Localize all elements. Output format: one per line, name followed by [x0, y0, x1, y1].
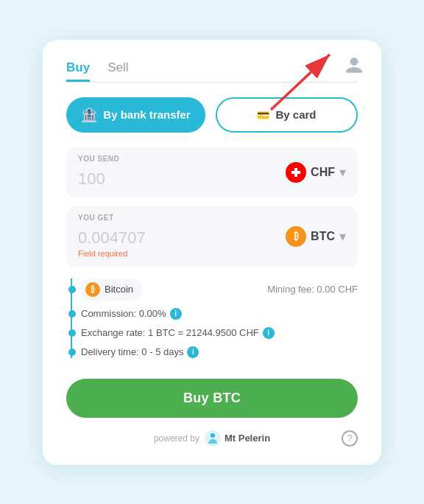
- exchange-rate-text: Exchange rate: 1 BTC = 21244.9500 CHF: [81, 327, 259, 338]
- delivery-info-icon[interactable]: i: [187, 346, 199, 358]
- pelerin-icon: [204, 430, 222, 447]
- card-icon: 💳: [257, 109, 269, 121]
- info-section: ₿ Bitcoin Mining fee: 0.00 CHF Commissio…: [66, 279, 358, 358]
- commission-row: Commission: 0.00% i: [81, 308, 358, 320]
- svg-point-5: [205, 430, 221, 447]
- bank-transfer-label: By bank transfer: [103, 108, 190, 121]
- powered-by: powered by Mt Pelerin: [154, 430, 270, 447]
- buy-btc-button[interactable]: Buy BTC: [66, 379, 358, 418]
- svg-point-6: [211, 433, 215, 438]
- send-value[interactable]: 100: [78, 169, 286, 189]
- tab-buy[interactable]: Buy: [66, 60, 90, 82]
- exchange-dot: [68, 329, 76, 337]
- send-label: YOU SEND: [78, 155, 119, 163]
- tab-sell[interactable]: Sell: [107, 60, 128, 82]
- payment-options: 🏦 By bank transfer 💳 By card: [66, 97, 358, 133]
- get-row: YOU GET 0.004707 Field required ₿ BTC ▾: [66, 206, 358, 267]
- bank-transfer-button[interactable]: 🏦 By bank transfer: [66, 97, 205, 133]
- get-currency-code: BTC: [311, 230, 335, 243]
- send-currency-code: CHF: [311, 166, 335, 179]
- footer: powered by Mt Pelerin ?: [66, 430, 358, 447]
- exchange-rate-row: Exchange rate: 1 BTC = 21244.9500 CHF i: [81, 327, 358, 339]
- bitcoin-label: Bitcoin: [105, 284, 133, 295]
- chf-flag: [286, 162, 306, 183]
- profile-icon[interactable]: [344, 56, 364, 78]
- mining-fee-text: Mining fee: 0.00 CHF: [267, 284, 358, 295]
- main-card: Buy Sell 🏦 By bank transfer 💳 By card YO…: [43, 40, 381, 465]
- exchange-info-icon[interactable]: i: [263, 327, 275, 339]
- bitcoin-row: ₿ Bitcoin Mining fee: 0.00 CHF: [81, 279, 358, 301]
- tab-divider: [66, 82, 358, 83]
- card-button[interactable]: 💳 By card: [216, 97, 358, 133]
- btc-flag: ₿: [286, 226, 306, 247]
- send-row: YOU SEND 100 CHF ▾: [66, 147, 358, 197]
- btc-small-icon: ₿: [85, 282, 100, 297]
- delivery-text: Delivery time: 0 - 5 days: [81, 346, 183, 357]
- help-icon[interactable]: ?: [342, 430, 358, 447]
- bitcoin-dot: [68, 286, 76, 293]
- commission-dot: [68, 310, 76, 318]
- get-currency-selector[interactable]: ₿ BTC ▾: [286, 226, 346, 247]
- get-chevron-icon: ▾: [339, 228, 346, 245]
- card-label: By card: [275, 108, 316, 121]
- pelerin-logo: Mt Pelerin: [204, 430, 270, 447]
- pelerin-name: Mt Pelerin: [225, 433, 270, 444]
- delivery-row: Delivery time: 0 - 5 days i: [81, 346, 358, 358]
- tab-bar: Buy Sell: [66, 60, 358, 82]
- commission-info-icon[interactable]: i: [170, 308, 182, 320]
- svg-rect-4: [292, 171, 300, 174]
- bank-icon: 🏦: [81, 107, 97, 123]
- bitcoin-tag[interactable]: ₿ Bitcoin: [81, 279, 142, 301]
- powered-by-text: powered by: [154, 433, 199, 444]
- send-chevron-icon: ▾: [339, 164, 346, 181]
- get-label: YOU GET: [78, 214, 114, 222]
- get-col: YOU GET 0.004707 Field required: [78, 215, 286, 258]
- commission-text: Commission: 0.00%: [81, 308, 166, 319]
- delivery-dot: [68, 349, 76, 356]
- field-required-text: Field required: [78, 249, 286, 258]
- send-currency-selector[interactable]: CHF ▾: [286, 162, 346, 183]
- get-value[interactable]: 0.004707: [78, 228, 286, 248]
